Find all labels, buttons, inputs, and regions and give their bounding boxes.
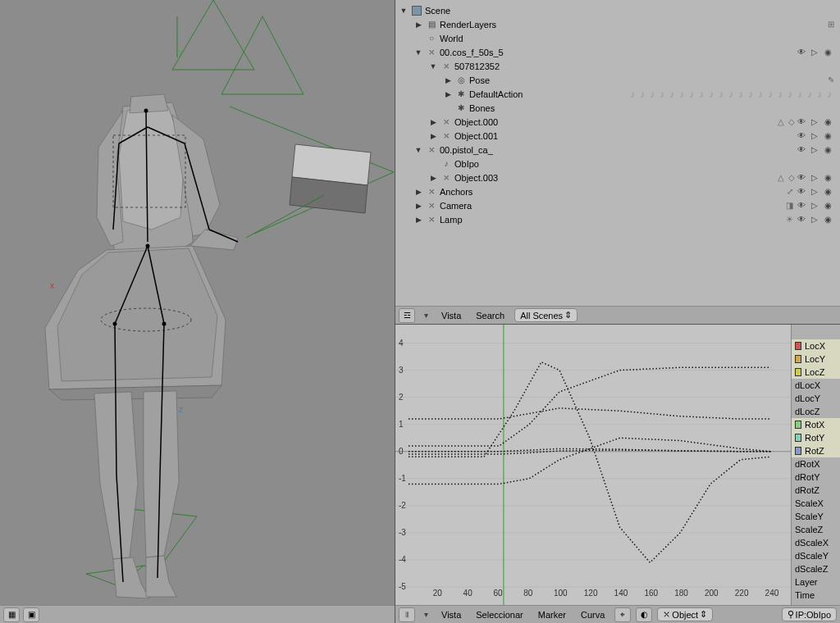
tree-renderlayers[interactable]: ▶ ▤ RenderLayers ⊞ <box>395 17 840 31</box>
tree-obipo[interactable]: ♪ ObIpo <box>395 157 840 171</box>
tree-pistol[interactable]: ▼ ⤬ 00.pistol_ca_ 👁 ▷ ◉ <box>395 143 840 157</box>
disclosure-triangle-icon[interactable]: ▶ <box>443 90 453 98</box>
ipo-menu-seleccionar[interactable]: Seleccionar <box>471 608 527 621</box>
visibility-icon[interactable]: 👁 <box>796 130 807 142</box>
tree-scene[interactable]: ▼ Scene <box>395 3 840 17</box>
viewport-editor-type-icon[interactable]: ▦ <box>3 607 20 622</box>
tree-lamp[interactable]: ▶ ⤬ Lamp ☀ 👁 ▷ ◉ <box>395 212 840 226</box>
disclosure-triangle-icon[interactable]: ▶ <box>428 118 438 126</box>
ipo-channel-locx[interactable]: LocX <box>792 339 840 352</box>
tree-pose[interactable]: ▶ ◎ Pose ✎ <box>395 73 840 87</box>
select-icon[interactable]: ▷ <box>809 200 820 211</box>
disclosure-triangle-icon[interactable]: ▶ <box>413 216 423 224</box>
ipo-channel-rotx[interactable]: RotX <box>792 418 840 431</box>
tree-anchors[interactable]: ▶ ⤬ Anchors ⤢ 👁 ▷ ◉ <box>395 184 840 198</box>
ipo-channel-droty[interactable]: dRotY <box>792 471 840 484</box>
ipo-channel-time[interactable]: Time <box>792 589 840 602</box>
channel-label: ScaleZ <box>795 525 823 534</box>
render-icon[interactable]: ◉ <box>822 47 833 58</box>
disclosure-triangle-icon[interactable]: ▼ <box>413 48 423 57</box>
select-icon[interactable]: ▷ <box>809 172 820 184</box>
viewport-3d[interactable]: x y z <box>0 0 395 623</box>
ipo-graph-area[interactable]: -5-4-3-2-101234 204060801001201401601802… <box>395 325 791 623</box>
object-icon: ⤬ <box>440 130 453 142</box>
render-icon[interactable]: ◉ <box>822 130 833 142</box>
outliner-filter-dropdown[interactable]: All Scenes ⇕ <box>514 308 578 322</box>
tree-cos-object[interactable]: ▼ ⤬ 00.cos_f_50s_5 👁 ▷ ◉ <box>395 45 840 59</box>
ipo-channel-locz[interactable]: LocZ <box>792 366 840 379</box>
tree-obj000[interactable]: ▶ ⤬ Object.000 △ ◇ 👁 ▷ ◉ <box>395 115 840 129</box>
visibility-icon[interactable]: 👁 <box>796 172 807 184</box>
disclosure-triangle-icon[interactable]: ▶ <box>443 76 453 84</box>
visibility-icon[interactable]: 👁 <box>796 144 807 156</box>
select-icon[interactable]: ▷ <box>809 130 820 142</box>
expand-icon[interactable]: ▾ <box>420 310 431 321</box>
select-icon[interactable]: ▷ <box>809 144 820 156</box>
ipo-key-icon[interactable]: ⌖ <box>614 607 631 622</box>
visibility-icon[interactable]: 👁 <box>796 200 807 211</box>
visibility-icon[interactable]: 👁 <box>796 116 807 128</box>
select-icon[interactable]: ▷ <box>809 47 820 58</box>
ipo-editor-type-icon[interactable]: ⫴ <box>399 607 415 622</box>
visibility-icon[interactable]: 👁 <box>796 47 807 58</box>
ipo-graph-canvas[interactable] <box>395 325 791 605</box>
viewport-3d-canvas[interactable]: x y z <box>0 0 395 605</box>
pin-icon[interactable]: ⚲ <box>788 609 794 620</box>
ipo-channel-dlocz[interactable]: dLocZ <box>792 405 840 418</box>
render-icon[interactable]: ◉ <box>822 214 833 225</box>
render-icon[interactable]: ◉ <box>822 144 833 156</box>
ipo-channel-dscalez[interactable]: dScaleZ <box>792 562 840 575</box>
render-icon[interactable]: ◉ <box>822 172 833 184</box>
tree-numid[interactable]: ▼ ⤬ 507812352 <box>395 59 840 73</box>
ipo-menu-marker[interactable]: Marker <box>533 608 571 621</box>
ipo-mode-dropdown[interactable]: ⤬ Object ⇕ <box>657 607 713 621</box>
expand-icon[interactable]: ▾ <box>420 609 431 621</box>
ipo-channel-scalex[interactable]: ScaleX <box>792 497 840 510</box>
render-icon[interactable]: ◉ <box>822 186 833 198</box>
ipo-channel-dscaley[interactable]: dScaleY <box>792 549 840 562</box>
ipo-menu-vista[interactable]: Vista <box>436 608 466 621</box>
outliner-menu-search[interactable]: Search <box>471 309 509 322</box>
render-icon[interactable]: ◉ <box>822 200 833 211</box>
ipo-channel-roty[interactable]: RotY <box>792 431 840 444</box>
tree-obj003[interactable]: ▶ ⤬ Object.003 △ ◇ 👁 ▷ ◉ <box>395 171 840 184</box>
disclosure-triangle-icon[interactable]: ▼ <box>428 62 438 70</box>
ipo-channel-scaley[interactable]: ScaleY <box>792 510 840 523</box>
ipo-channel-dlocy[interactable]: dLocY <box>792 392 840 405</box>
outliner-editor-type-icon[interactable]: ☲ <box>399 308 415 323</box>
tree-bones[interactable]: ✱ Bones <box>395 101 840 115</box>
tree-camera[interactable]: ▶ ⤬ Camera ◨ 👁 ▷ ◉ <box>395 198 840 212</box>
ipo-channel-drotx[interactable]: dRotX <box>792 457 840 471</box>
ipo-channel-list[interactable]: LocXLocYLocZdLocXdLocYdLocZRotXRotYRotZd… <box>791 325 840 623</box>
disclosure-triangle-icon[interactable]: ▶ <box>428 174 438 182</box>
visibility-icon[interactable]: 👁 <box>796 186 807 198</box>
edit-icon[interactable]: ✎ <box>825 75 837 86</box>
ipo-channel-dscalex[interactable]: dScaleX <box>792 536 840 549</box>
outliner-tree[interactable]: ▼ Scene ▶ ▤ RenderLayers ⊞ ○ World ▼ ⤬ <box>395 0 840 306</box>
ipo-channel-rotz[interactable]: RotZ <box>792 444 840 457</box>
ipo-name-field[interactable]: ⚲ IP:ObIpo <box>782 607 837 621</box>
disclosure-triangle-icon[interactable]: ▶ <box>428 132 438 140</box>
select-icon[interactable]: ▷ <box>809 116 820 128</box>
disclosure-triangle-icon[interactable]: ▼ <box>413 146 423 154</box>
ipo-channel-drotz[interactable]: dRotZ <box>792 484 840 497</box>
tree-defaultaction[interactable]: ▶ ✱ DefaultAction ♪♪♪♪♪♪♪♪♪♪♪♪♪♪♪♪♪♪♪♪♪ <box>395 87 840 101</box>
select-icon[interactable]: ▷ <box>809 214 820 225</box>
disclosure-triangle-icon[interactable]: ▼ <box>399 7 409 15</box>
tree-world[interactable]: ○ World <box>395 31 840 45</box>
ipo-channel-layer[interactable]: Layer <box>792 575 840 589</box>
disclosure-triangle-icon[interactable]: ▶ <box>413 188 423 196</box>
ipo-channel-locy[interactable]: LocY <box>792 352 840 366</box>
visibility-icon[interactable]: 👁 <box>796 214 807 225</box>
select-icon[interactable]: ▷ <box>809 186 820 198</box>
ipo-menu-curva[interactable]: Curva <box>576 608 609 621</box>
disclosure-triangle-icon[interactable]: ▶ <box>413 20 423 29</box>
ipo-ghost-icon[interactable]: ◐ <box>636 607 652 622</box>
viewport-render-icon[interactable]: ▣ <box>23 607 39 622</box>
outliner-menu-vista[interactable]: Vista <box>436 309 466 322</box>
ipo-channel-dlocx[interactable]: dLocX <box>792 379 840 392</box>
disclosure-triangle-icon[interactable]: ▶ <box>413 202 423 210</box>
tree-obj001[interactable]: ▶ ⤬ Object.001 👁 ▷ ◉ <box>395 129 840 143</box>
render-icon[interactable]: ◉ <box>822 116 833 128</box>
ipo-channel-scalez[interactable]: ScaleZ <box>792 523 840 536</box>
